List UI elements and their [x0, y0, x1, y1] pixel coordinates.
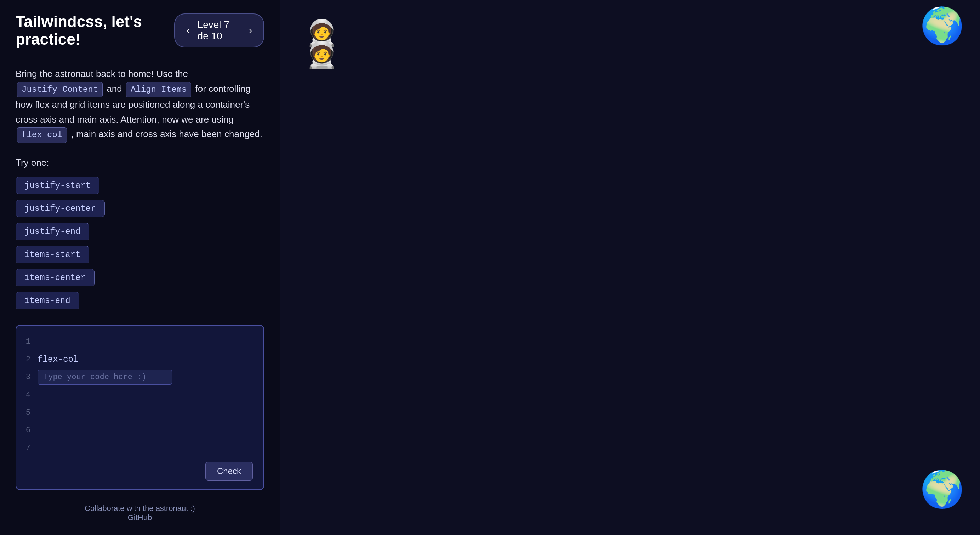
left-panel: Tailwindcss, let's practice! ‹ Level 7 d… — [0, 0, 280, 535]
editor-line-2: 2 flex-col — [23, 352, 256, 367]
description-text: Bring the astronaut back to home! Use th… — [16, 67, 264, 143]
tag-items-end[interactable]: items-end — [16, 292, 79, 309]
footer-collaborate: Collaborate with the astronaut :) — [84, 504, 195, 513]
code-input[interactable] — [38, 369, 172, 385]
line-number-2: 2 — [23, 355, 30, 364]
line-number-1: 1 — [23, 337, 30, 346]
prev-level-button[interactable]: ‹ — [185, 26, 191, 35]
line-number-7: 7 — [23, 444, 30, 452]
editor-lines: 1 2 flex-col 3 4 5 6 7 — [23, 334, 256, 456]
tag-justify-start[interactable]: justify-start — [16, 177, 100, 194]
earth-bottom-right: 🌍 — [920, 471, 964, 507]
line-number-3: 3 — [23, 373, 30, 382]
description-end: , main axis and cross axis have been cha… — [71, 129, 262, 139]
editor-line-3: 3 — [23, 369, 256, 385]
tag-justify-center[interactable]: justify-center — [16, 200, 105, 217]
align-items-badge: Align Items — [126, 82, 191, 97]
editor-line-4: 4 — [23, 387, 256, 403]
code-editor: 1 2 flex-col 3 4 5 6 7 — [16, 325, 264, 490]
header-nav: Tailwindcss, let's practice! ‹ Level 7 d… — [16, 13, 264, 48]
tags-list: justify-start justify-center justify-end… — [16, 177, 264, 309]
flex-col-text: flex-col — [38, 355, 78, 364]
footer-github-link[interactable]: GitHub — [0, 513, 280, 522]
description-connector: and — [107, 83, 122, 94]
next-level-button[interactable]: › — [248, 26, 253, 35]
app-title: Tailwindcss, let's practice! — [16, 13, 174, 48]
editor-line-1: 1 — [23, 334, 256, 350]
level-badge: ‹ Level 7 de 10 › — [174, 13, 264, 48]
editor-line-6: 6 — [23, 423, 256, 438]
description-intro: Bring the astronaut back to home! Use th… — [16, 69, 188, 79]
check-btn-row: Check — [23, 462, 256, 481]
justify-content-badge: Justify Content — [17, 82, 103, 97]
earth-top-right: 🌍 — [920, 8, 964, 43]
tag-justify-end[interactable]: justify-end — [16, 223, 89, 240]
line-number-6: 6 — [23, 426, 30, 435]
editor-line-7: 7 — [23, 441, 256, 456]
check-button[interactable]: Check — [205, 462, 253, 481]
tag-items-start[interactable]: items-start — [16, 246, 89, 263]
try-one-label: Try one: — [16, 157, 264, 168]
footer: Collaborate with the astronaut :) GitHub — [0, 504, 280, 522]
editor-line-5: 5 — [23, 405, 256, 420]
right-panel: 🧑‍🚀 🧑‍🚀 🌍 🌍 — [280, 0, 980, 535]
astronaut-2: 🧑‍🚀 — [306, 42, 338, 67]
tag-items-center[interactable]: items-center — [16, 269, 94, 286]
line-number-4: 4 — [23, 390, 30, 399]
level-label: Level 7 de 10 — [197, 19, 241, 42]
flex-col-badge: flex-col — [17, 127, 67, 143]
line-number-5: 5 — [23, 408, 30, 417]
